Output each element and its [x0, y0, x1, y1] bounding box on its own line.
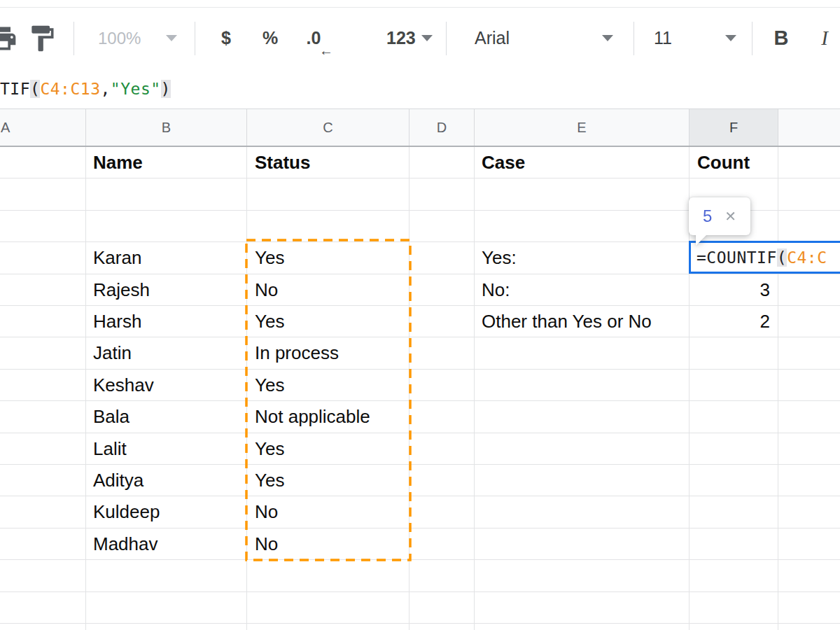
- toolbar: 100% $ % .0 ← .00 → 123 Arial 11 B I: [0, 7, 840, 70]
- toolbar-divider: [752, 22, 752, 55]
- cell-count-value[interactable]: 3: [690, 274, 770, 306]
- toolbar-divider: [634, 22, 634, 55]
- cell-status-header[interactable]: Status: [255, 147, 310, 178]
- cell-name[interactable]: Lalit: [93, 433, 127, 465]
- formula-paren-close: ): [161, 80, 171, 98]
- column-letter: D: [437, 120, 447, 136]
- preview-tail: [696, 234, 707, 246]
- cell-status[interactable]: Yes: [255, 465, 284, 496]
- currency-icon: $: [221, 28, 231, 48]
- formula-comma: ,: [101, 80, 111, 98]
- zoom-value: 100%: [98, 29, 141, 48]
- formula-bar[interactable]: TIF(C4:C13,"Yes"): [0, 69, 840, 109]
- bold-icon: B: [774, 27, 789, 50]
- column-letter: B: [162, 120, 171, 136]
- column-letter: F: [729, 120, 738, 136]
- cell-name[interactable]: Keshav: [93, 370, 154, 401]
- font-family-select[interactable]: Arial: [465, 8, 623, 69]
- preview-bubble: 5 ✕: [689, 197, 750, 235]
- cell-name[interactable]: Madhav: [93, 528, 158, 560]
- column-letter: E: [577, 120, 586, 136]
- cell-status[interactable]: Not applicable: [255, 401, 370, 433]
- cell-status[interactable]: No: [255, 528, 278, 560]
- edit-range-ref: C4:C: [787, 248, 827, 267]
- cell-name[interactable]: Jatin: [93, 337, 132, 369]
- column-header-a[interactable]: A: [0, 109, 86, 146]
- chevron-down-icon: [725, 35, 736, 41]
- format-percent-button[interactable]: %: [258, 8, 283, 69]
- italic-icon: I: [821, 27, 828, 50]
- percent-icon: %: [262, 28, 278, 48]
- column-header-row: A B C D E F: [0, 109, 840, 147]
- edit-paren-open: (: [777, 248, 787, 267]
- chevron-down-icon: [421, 35, 433, 41]
- cell-case-header[interactable]: Case: [482, 147, 525, 178]
- chevron-down-icon: [166, 35, 177, 41]
- cell-status[interactable]: In process: [255, 337, 339, 369]
- cell-name[interactable]: Bala: [93, 401, 130, 433]
- cell-name[interactable]: Aditya: [93, 465, 144, 496]
- cell-name[interactable]: Kuldeep: [93, 496, 160, 528]
- decrease-decimal-button[interactable]: .0 ←: [301, 8, 326, 69]
- gridline-vertical: [246, 147, 247, 630]
- gridline-vertical: [778, 147, 778, 630]
- formula-paren-open: (: [30, 80, 40, 98]
- active-cell-editor[interactable]: =COUNTIF(C4:C: [689, 241, 840, 274]
- chevron-down-icon: [602, 35, 613, 41]
- cell-name[interactable]: Harsh: [93, 306, 141, 337]
- gridline-vertical: [474, 147, 475, 630]
- paint-format-icon[interactable]: [27, 23, 57, 54]
- toolbar-divider: [195, 22, 195, 55]
- font-size-value: 11: [654, 28, 672, 48]
- toolbar-divider: [74, 22, 74, 55]
- close-icon[interactable]: ✕: [724, 208, 736, 225]
- cell-status[interactable]: Yes: [255, 433, 284, 465]
- cell-status[interactable]: Yes: [255, 242, 284, 274]
- gridline-vertical: [85, 147, 86, 630]
- print-icon[interactable]: [0, 23, 18, 54]
- column-header-g[interactable]: [778, 109, 840, 146]
- column-header-c[interactable]: C: [247, 109, 410, 146]
- cell-case-label[interactable]: No:: [482, 274, 510, 306]
- formula-range-ref: C4:C13: [40, 80, 100, 98]
- formula-string-arg: "Yes": [111, 80, 161, 98]
- font-size-select[interactable]: 11: [644, 8, 746, 69]
- cell-case-label[interactable]: Yes:: [482, 242, 517, 274]
- cell-status[interactable]: Yes: [255, 370, 284, 401]
- edit-formula-text: =COUNTIF: [696, 248, 777, 267]
- formula-result-preview: 5 ✕: [689, 197, 750, 235]
- column-header-d[interactable]: D: [410, 109, 475, 146]
- preview-value: 5: [703, 206, 712, 226]
- number-format-menu[interactable]: 123: [386, 8, 433, 69]
- column-header-e[interactable]: E: [475, 109, 690, 146]
- cell-name[interactable]: Karan: [93, 242, 141, 274]
- cell-case-label[interactable]: Other than Yes or No: [482, 306, 652, 337]
- column-letter: C: [323, 120, 332, 136]
- font-family-value: Arial: [475, 28, 510, 48]
- formula-text: TIF: [0, 80, 30, 98]
- toolbar-divider: [446, 22, 447, 55]
- cell-name-header[interactable]: Name: [93, 147, 143, 178]
- format-currency-button[interactable]: $: [214, 8, 238, 69]
- column-header-f-active[interactable]: F: [690, 109, 778, 146]
- zoom-select[interactable]: 100%: [98, 8, 177, 69]
- bold-button[interactable]: B: [766, 8, 797, 69]
- cell-count-value[interactable]: 2: [690, 306, 770, 337]
- arrow-left-icon: ←: [319, 43, 333, 59]
- cell-status[interactable]: No: [255, 496, 278, 528]
- gridline-vertical: [409, 147, 410, 630]
- number-format-label: 123: [386, 28, 416, 48]
- column-letter: A: [1, 120, 10, 136]
- italic-button[interactable]: I: [809, 8, 840, 69]
- cell-count-header[interactable]: Count: [697, 147, 750, 178]
- cell-name[interactable]: Rajesh: [93, 274, 150, 306]
- cell-status[interactable]: No: [255, 274, 278, 306]
- column-header-b[interactable]: B: [86, 109, 247, 146]
- cell-status[interactable]: Yes: [255, 306, 284, 337]
